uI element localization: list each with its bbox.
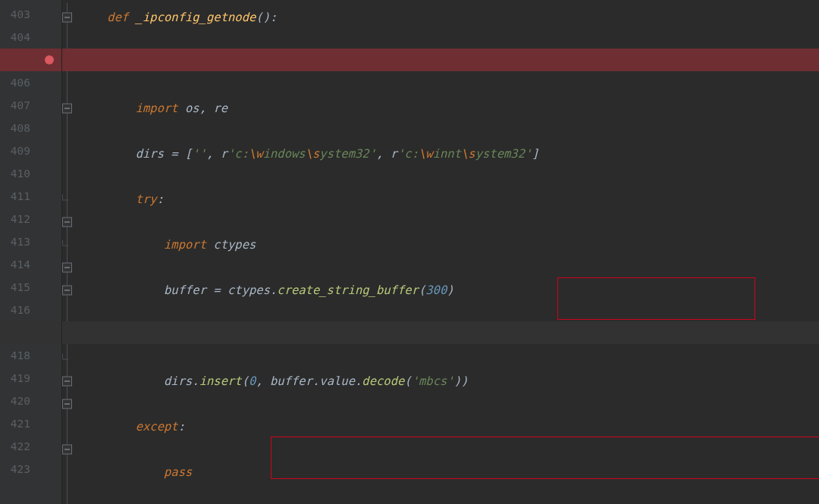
line-number: 419 bbox=[8, 372, 30, 384]
line-number: 423 bbox=[8, 463, 30, 475]
code-line[interactable]: buffer = ctypes.create_string_buffer(300… bbox=[62, 279, 819, 302]
line-number: 414 bbox=[8, 258, 30, 271]
line-number: 420 bbox=[8, 395, 30, 407]
fold-end-icon bbox=[62, 354, 70, 364]
line-number: 410 bbox=[8, 167, 30, 180]
gutter-row[interactable]: 417 bbox=[0, 321, 61, 344]
gutter-row[interactable]: 409 bbox=[0, 139, 61, 162]
token: dirs. bbox=[164, 370, 199, 393]
line-number: 416 bbox=[8, 304, 30, 316]
fold-collapse-icon[interactable] bbox=[62, 399, 72, 409]
code-line[interactable]: import ctypes bbox=[62, 233, 819, 256]
gutter-row[interactable]: 418 bbox=[0, 344, 61, 367]
line-number: 418 bbox=[8, 349, 30, 362]
line-number: 412 bbox=[8, 213, 30, 225]
gutter-row[interactable]: 423 bbox=[0, 458, 61, 481]
token: , bbox=[199, 97, 214, 120]
token: 'mbcs' bbox=[412, 370, 454, 393]
token: ( bbox=[419, 279, 425, 302]
line-number: 404 bbox=[8, 31, 30, 43]
code-line[interactable]: except: bbox=[62, 415, 819, 438]
gutter-row[interactable]: 416 bbox=[0, 299, 61, 321]
token: import bbox=[164, 233, 213, 256]
gutter-row[interactable]: 403 bbox=[0, 3, 61, 26]
token: import bbox=[136, 97, 185, 120]
token: _ipconfig_getnode bbox=[136, 6, 256, 29]
token: re bbox=[213, 97, 228, 120]
token: '' bbox=[192, 142, 206, 165]
token: ystem32' bbox=[319, 142, 376, 165]
line-number: 408 bbox=[8, 122, 30, 134]
breakpoint-icon[interactable] bbox=[45, 55, 54, 64]
gutter-row[interactable]: 408 bbox=[0, 117, 61, 139]
code-line[interactable]: import os, re bbox=[62, 97, 819, 120]
token: 300 bbox=[425, 279, 447, 302]
gutter-row[interactable]: 419 bbox=[0, 367, 61, 390]
token: ystem32' bbox=[475, 142, 532, 165]
gutter[interactable]: 4034044054064074084094104114124134144154… bbox=[0, 0, 62, 504]
gutter-row[interactable]: 413 bbox=[0, 230, 61, 253]
line-number: 407 bbox=[8, 99, 30, 111]
token: ctypes bbox=[213, 233, 256, 256]
code-line[interactable]: pass bbox=[62, 461, 819, 484]
code-line[interactable]: def _ipconfig_getnode(): bbox=[62, 6, 819, 29]
gutter-row[interactable]: 422 bbox=[0, 435, 61, 458]
line-number: 411 bbox=[8, 190, 30, 202]
token: \w bbox=[249, 142, 263, 165]
gutter-row[interactable]: 414 bbox=[0, 253, 61, 276]
token: 0 bbox=[249, 370, 256, 393]
token: \s bbox=[306, 142, 320, 165]
line-number: 409 bbox=[8, 145, 30, 157]
gutter-row[interactable]: 420 bbox=[0, 390, 61, 412]
token: create_string_buffer bbox=[277, 279, 419, 302]
fold-collapse-icon[interactable] bbox=[62, 218, 72, 227]
fold-collapse-icon[interactable] bbox=[62, 263, 72, 273]
gutter-row[interactable]: 421 bbox=[0, 412, 61, 435]
token: 'c: bbox=[397, 142, 419, 165]
code-line[interactable]: try: bbox=[62, 188, 819, 211]
token: ] bbox=[532, 142, 538, 165]
token: pass bbox=[164, 461, 192, 484]
gutter-row[interactable]: 404 bbox=[0, 26, 61, 49]
token: os bbox=[185, 97, 199, 120]
line-number: 413 bbox=[8, 236, 30, 248]
gutter-row[interactable]: 411 bbox=[0, 185, 61, 208]
gutter-row[interactable]: 410 bbox=[0, 162, 61, 185]
line-number: 415 bbox=[8, 281, 30, 293]
gutter-row[interactable]: 406 bbox=[0, 71, 61, 94]
line-number: 406 bbox=[8, 77, 30, 89]
code-area[interactable]: def _ipconfig_getnode(): """Get the hard… bbox=[62, 0, 819, 504]
code-line[interactable]: dirs.insert(0, buffer.value.decode('mbcs… bbox=[62, 370, 819, 393]
token: innt bbox=[433, 142, 461, 165]
line-number: 421 bbox=[8, 418, 30, 430]
token: except bbox=[136, 415, 178, 438]
fold-collapse-icon[interactable] bbox=[62, 445, 72, 455]
gutter-row[interactable]: 415 bbox=[0, 276, 61, 299]
code-line[interactable]: dirs = ['', r'c:\windows\system32', r'c:… bbox=[62, 142, 819, 165]
token: buffer = ctypes. bbox=[164, 279, 277, 302]
token: ( bbox=[242, 370, 249, 393]
token: \s bbox=[461, 142, 475, 165]
gutter-row[interactable]: 405 bbox=[0, 49, 61, 71]
code-editor[interactable]: 4034044054064074084094104114124134144154… bbox=[0, 0, 819, 504]
token: , r bbox=[206, 142, 228, 165]
line-number: 403 bbox=[8, 8, 30, 20]
token: 'c: bbox=[228, 142, 249, 165]
line-number: 422 bbox=[8, 440, 30, 452]
token: )) bbox=[454, 370, 469, 393]
token: insert bbox=[199, 370, 242, 393]
token: def bbox=[107, 6, 135, 29]
gutter-row[interactable]: 412 bbox=[0, 208, 61, 230]
token: : bbox=[178, 415, 185, 438]
token: : bbox=[157, 188, 164, 211]
token: indows bbox=[263, 142, 306, 165]
token: \w bbox=[419, 142, 433, 165]
token: , buffer.value. bbox=[256, 370, 362, 393]
token: decode bbox=[362, 370, 404, 393]
token: , r bbox=[376, 142, 397, 165]
token: try bbox=[136, 188, 157, 211]
gutter-row[interactable]: 407 bbox=[0, 94, 61, 117]
token: ( bbox=[404, 370, 411, 393]
token: (): bbox=[256, 6, 277, 29]
token: ) bbox=[447, 279, 453, 302]
